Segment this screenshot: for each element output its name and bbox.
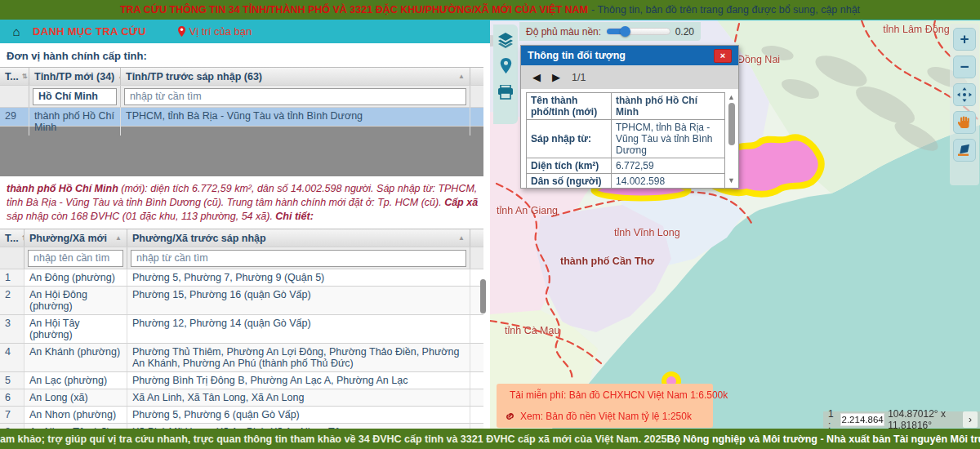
printer-icon <box>497 85 514 100</box>
location-pin-icon <box>177 26 186 38</box>
description-name: thành phố Hồ Chí Minh <box>7 183 118 194</box>
attr-row-merged-from: Sáp nhập từ: TPHCM, tỉnh Bà Rịa - Vũng T… <box>527 120 725 158</box>
province-col-new[interactable]: Tỉnh/TP mới (34) ▲ <box>29 68 121 85</box>
ward-col-old[interactable]: Phường/Xã trước sáp nhập ▲ <box>127 229 470 247</box>
ward-row[interactable]: 7 An Nhơn (phường) Phường 5, Phường 6 (q… <box>0 407 483 424</box>
erase-button[interactable] <box>953 139 976 162</box>
link-icon <box>505 411 515 421</box>
pan-extent-button[interactable] <box>953 83 976 106</box>
pager-count: 1/1 <box>572 72 586 83</box>
status-bar: am khảo; trợ giúp quí vị tra cứu nhanh, … <box>0 429 980 449</box>
province-col-index[interactable]: T... ⇅ <box>0 68 29 85</box>
view-basemap-link[interactable]: Xem: Bản đồ nền Việt Nam tỷ lệ 1:250k <box>505 411 705 422</box>
ward-row[interactable]: 6 An Long (xã) Xã An Linh, Xã Tân Long, … <box>0 389 483 407</box>
popup-title-bar[interactable]: Thông tin đối tượng × <box>521 46 738 65</box>
move-arrows-icon <box>957 87 972 102</box>
cursor-coordinates: 104.87012° x 11.81816° <box>888 408 975 429</box>
sort-asc-icon: ▲ <box>115 234 122 242</box>
ward-table-header: T... ⇅ Phường/Xã mới ▲ Phường/Xã trước s… <box>0 229 483 247</box>
sort-asc-icon: ▲ <box>458 73 465 80</box>
province-col-old[interactable]: Tỉnh/TP trước sáp nhập (63) ▲ <box>121 68 470 85</box>
map-pin-icon <box>500 58 512 74</box>
scale-prefix: 1 : <box>828 408 837 429</box>
map-label-dong-nai: Đồng Nai <box>737 54 780 65</box>
province-filter-row <box>0 86 483 108</box>
locate-button[interactable] <box>497 57 514 75</box>
ward-col-new[interactable]: Phường/Xã mới ▲ <box>24 229 127 247</box>
ward-filter-new-input[interactable] <box>28 250 123 267</box>
map[interactable]: tỉnh Lâm Đồng Đồng Nai tỉnh An Giang tỉn… <box>490 20 980 429</box>
sort-asc-icon: ▲ <box>458 234 465 242</box>
ward-row[interactable]: 2 An Hội Đông (phường) Phường 15, Phường… <box>0 287 483 315</box>
scrollbar-thumb[interactable] <box>728 103 735 145</box>
ward-table-scrollbar[interactable]: ▼ <box>478 274 488 429</box>
next-feature-icon[interactable]: ▶ <box>552 71 560 83</box>
ward-row[interactable]: 3 An Hội Tây (phường) Phường 12, Phường … <box>0 315 483 344</box>
attr-row-name: Tên thành phố/tỉnh (mới) thành phố Hồ Ch… <box>527 93 725 120</box>
expand-panel-button[interactable]: › <box>963 411 978 428</box>
province-row-selected[interactable]: 29 thành phố Hồ Chí Minh TPHCM, tỉnh Bà … <box>0 108 483 127</box>
plus-icon: + <box>960 30 969 48</box>
map-tools-left <box>493 24 518 124</box>
chevron-right-icon: › <box>969 414 972 425</box>
province-filter-new-input[interactable] <box>33 88 117 105</box>
feature-info-popup: Thông tin đối tượng × ◀ ▶ 1/1 Tên thành … <box>520 45 739 189</box>
map-tools-right: + − <box>950 24 979 185</box>
nav-item-danh-muc-tra-cuu[interactable]: DANH MỤC TRA CỨU <box>33 25 146 38</box>
ward-filter-row <box>0 247 483 269</box>
popup-title: Thông tin đối tượng <box>528 50 626 61</box>
ward-row[interactable]: 4 An Khánh (phường) Phường Thủ Thiêm, Ph… <box>0 344 483 372</box>
page-title-main: TRA CỨU THÔNG TIN 34 TỈNH/THÀNH PHỐ VÀ 3… <box>120 4 588 16</box>
layers-icon <box>497 32 514 48</box>
ward-table: T... ⇅ Phường/Xã mới ▲ Phường/Xã trước s… <box>0 229 483 429</box>
province-description: thành phố Hồ Chí Minh (mới): diện tích 6… <box>0 176 487 229</box>
ward-row[interactable]: 1 An Đông (phường) Phường 5, Phường 7, P… <box>0 269 483 287</box>
scroll-up-icon[interactable]: ▲ <box>728 93 735 101</box>
basemap-opacity-panel: Độ phủ màu nền: 0.20 <box>519 22 701 41</box>
zoom-out-button[interactable]: − <box>953 56 976 78</box>
feature-attributes-table: Tên thành phố/tỉnh (mới) thành phố Hồ Ch… <box>526 92 725 189</box>
home-icon[interactable]: ⌂ <box>0 24 33 38</box>
layers-button[interactable] <box>497 31 514 49</box>
province-section-heading: Đơn vị hành chính cấp tỉnh: <box>0 43 490 67</box>
ward-col-index[interactable]: T... ⇅ <box>0 229 24 247</box>
attr-row-area: Diện tích (km²) 6.772,59 <box>527 158 725 174</box>
province-filter-old-input[interactable] <box>124 88 466 105</box>
ward-row[interactable]: 5 An Lạc (phường) Phường Bình Trị Đông B… <box>0 372 483 389</box>
download-map-link[interactable]: Tải miễn phí: Bản đồ CHXHCN Việt Nam 1:6… <box>505 389 705 401</box>
popup-body: Tên thành phố/tỉnh (mới) thành phố Hồ Ch… <box>521 89 738 189</box>
opacity-label: Độ phủ màu nền: <box>526 26 601 38</box>
nav-item-your-location[interactable]: Vị trí của bạn <box>177 25 252 38</box>
opacity-value: 0.20 <box>675 26 694 38</box>
page-title-suffix: - Thông tin, bản đồ trên trang đang được… <box>591 4 860 16</box>
province-table-header: T... ⇅ Tỉnh/TP mới (34) ▲ Tỉnh/TP trước … <box>0 68 483 86</box>
opacity-slider[interactable] <box>606 28 670 35</box>
province-filter-spacer <box>470 86 483 107</box>
province-table: T... ⇅ Tỉnh/TP mới (34) ▲ Tỉnh/TP trước … <box>0 67 483 127</box>
map-label-ca-mau: tỉnh Cà Mau <box>505 325 559 336</box>
close-icon[interactable]: × <box>714 49 732 63</box>
ward-table-wrap: T... ⇅ Phường/Xã mới ▲ Phường/Xã trước s… <box>0 229 490 429</box>
footer-publisher: Bộ Nông nghiệp và Môi trường - Nhà xuất … <box>666 433 980 445</box>
prev-feature-icon[interactable]: ◀ <box>532 71 541 83</box>
page-title: TRA CỨU THÔNG TIN 34 TỈNH/THÀNH PHỐ VÀ 3… <box>0 0 980 20</box>
popup-scrollbar[interactable]: ▲ ▼ <box>727 93 737 184</box>
left-panel: Đơn vị hành chính cấp tỉnh: T... ⇅ Tỉnh/… <box>0 43 490 429</box>
province-filter-spacer <box>0 86 29 107</box>
popup-pager: ◀ ▶ 1/1 <box>521 65 738 89</box>
print-button[interactable] <box>497 83 514 101</box>
map-label-can-tho: thành phố Cần Thơ <box>560 256 654 267</box>
eraser-icon <box>957 144 972 157</box>
footer-text: am khảo; trợ giúp quí vị tra cứu nhanh, … <box>0 433 666 445</box>
zoom-in-button[interactable]: + <box>953 28 976 51</box>
ward-filter-old-input[interactable] <box>131 250 466 267</box>
pan-hand-button[interactable] <box>953 111 976 134</box>
nav-location-label: Vị trí của bạn <box>189 25 252 38</box>
scale-coordinates-bar: 1 : 104.87012° x 11.81816° <box>823 411 980 428</box>
slider-thumb[interactable] <box>620 26 630 37</box>
scrollbar-thumb[interactable] <box>480 279 486 313</box>
scroll-down-icon[interactable]: ▼ <box>728 176 735 184</box>
scale-input[interactable] <box>840 413 884 426</box>
map-label-vinh-long: tỉnh Vĩnh Long <box>614 227 680 238</box>
map-label-an-giang: tỉnh An Giang <box>497 205 558 216</box>
